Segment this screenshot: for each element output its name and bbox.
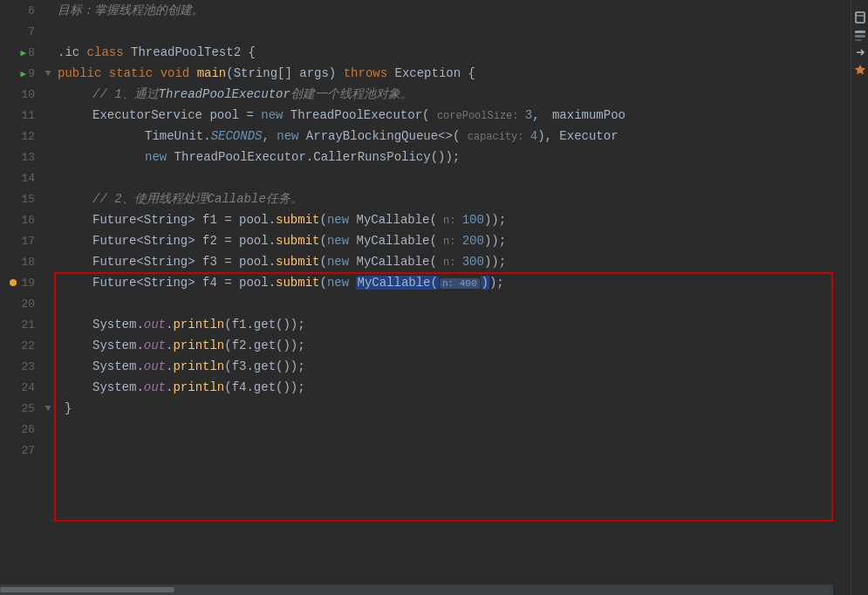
line-number-23: 23 [0, 360, 40, 373]
line-number-27: 27 [0, 444, 40, 457]
code-line-7: 7 [0, 21, 851, 42]
code-line-22: 22 System.out.println(f2.get()); [0, 335, 851, 356]
line-number-19: 19 [0, 277, 40, 290]
svg-rect-1 [855, 31, 865, 33]
line-number-16: 16 [0, 214, 40, 227]
code-line-12: 12 TimeUnit.SECONDS, new ArrayBlockingQu… [0, 126, 851, 147]
star-icon[interactable] [853, 63, 867, 77]
line-number-11: 11 [0, 109, 40, 122]
scroll-track [0, 587, 833, 592]
line-number-17: 17 [0, 235, 40, 248]
line-number-14: 14 [0, 172, 40, 185]
line-number-8: ▶ 8 [0, 46, 40, 59]
code-line-9: ▶ 9 ▼ public static void main(String[] a… [0, 63, 851, 84]
run-icon-8[interactable]: ▶ [21, 47, 27, 58]
line-number-15: 15 [0, 193, 40, 206]
code-line-17: 17 Future<String> f2 = pool.submit(new M… [0, 230, 851, 251]
code-line-13: 13 new ThreadPoolExecutor.CallerRunsPoli… [0, 147, 851, 168]
code-line-26: 26 [0, 419, 851, 440]
code-line-15: 15 // 2、使用线程处理Callable任务。 [0, 188, 851, 209]
line-number-20: 20 [0, 298, 40, 311]
code-line-23: 23 System.out.println(f3.get()); [0, 356, 851, 377]
line-number-9: ▶ 9 [0, 67, 40, 80]
right-sidebar [851, 0, 868, 595]
line-number-6: 6 [0, 4, 40, 17]
scroll-thumb[interactable] [0, 587, 174, 592]
code-line-16: 16 Future<String> f1 = pool.submit(new M… [0, 209, 851, 230]
breakpoint-19[interactable] [10, 279, 17, 286]
line-number-12: 12 [0, 130, 40, 143]
line-number-26: 26 [0, 423, 40, 436]
code-line-11: 11 ExecutorService pool = new ThreadPool… [0, 105, 851, 126]
code-line-14: 14 [0, 168, 851, 188]
code-line-27: 27 [0, 440, 851, 461]
code-line-18: 18 Future<String> f3 = pool.submit(new M… [0, 251, 851, 272]
svg-rect-2 [855, 35, 865, 38]
line-number-13: 13 [0, 151, 40, 164]
code-line-24: 24 System.out.println(f4.get()); [0, 377, 851, 398]
code-line-19: 19 Future<String> f4 = pool.submit(new M… [0, 272, 851, 293]
code-line-25: 25 ▼ } [0, 398, 851, 419]
editor-container: 6 目标：掌握线程池的创建。 7 ▶ 8 .ic class ThreadPoo… [0, 0, 868, 595]
navigate-icon[interactable] [853, 45, 867, 59]
fold-icon-25[interactable]: ▼ [45, 403, 51, 414]
code-line-10: 10 // 1、通过ThreadPoolExecutor创建一个线程池对象。 [0, 84, 851, 105]
line-number-22: 22 [0, 339, 40, 352]
line-number-25: 25 [0, 402, 40, 415]
code-line-21: 21 System.out.println(f1.get()); [0, 314, 851, 335]
line-number-10: 10 [0, 88, 40, 101]
svg-rect-0 [856, 12, 865, 23]
fold-icon-9[interactable]: ▼ [45, 68, 51, 79]
code-line-8: ▶ 8 .ic class ThreadPoolTest2 { [0, 42, 851, 63]
svg-rect-3 [855, 39, 862, 41]
line-number-24: 24 [0, 381, 40, 394]
run-icon-9[interactable]: ▶ [21, 68, 27, 79]
line-number-21: 21 [0, 318, 40, 332]
bookmark-icon[interactable] [853, 10, 867, 24]
horizontal-scrollbar[interactable] [0, 585, 833, 595]
line-number-7: 7 [0, 25, 40, 38]
line-number-18: 18 [0, 256, 40, 269]
code-line-20: 20 [0, 293, 851, 314]
structure-icon[interactable] [853, 28, 867, 42]
code-line-6: 6 目标：掌握线程池的创建。 [0, 0, 851, 21]
